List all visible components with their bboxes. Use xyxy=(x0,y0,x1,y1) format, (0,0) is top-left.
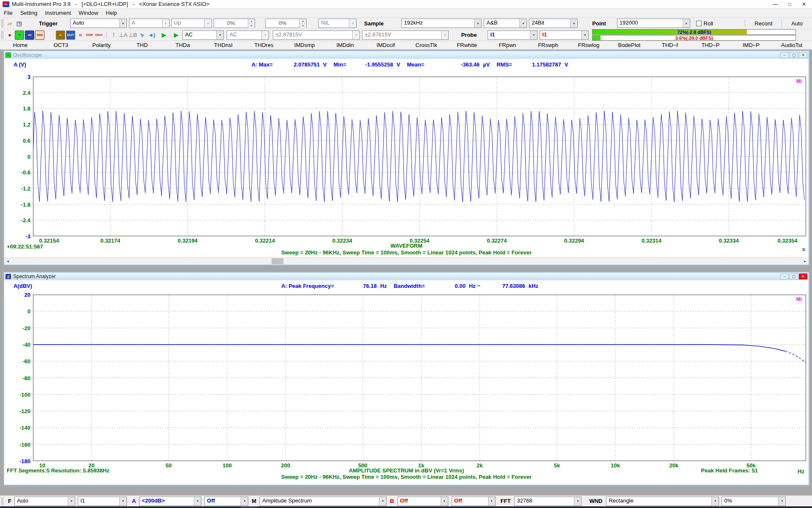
close-button[interactable]: ✕ xyxy=(797,0,811,8)
app-notes[interactable]: ▤ xyxy=(96,506,112,508)
oscilloscope-titlebar[interactable]: ~ Oscilloscope ‒ ▢ ✕ xyxy=(4,51,809,59)
trigger-mode-combo[interactable]: Auto▼ xyxy=(70,19,127,28)
sample-rate-combo[interactable]: 192kHz▼ xyxy=(401,19,482,28)
window-minimize-icon[interactable]: ‒ xyxy=(780,273,789,279)
coupling-b-combo[interactable]: AC▼ xyxy=(227,30,269,40)
maximize-button[interactable]: □ xyxy=(782,0,797,8)
app-vscode[interactable]: ◣ xyxy=(177,506,193,508)
panel-tab-thdres[interactable]: THDres xyxy=(244,41,284,49)
record-button[interactable]: Record xyxy=(748,19,779,28)
spectrum-analyzer-icon[interactable]: ılıl xyxy=(25,30,34,40)
run-single-icon[interactable]: ▶ xyxy=(172,30,180,40)
ddp-viewer-icon[interactable]: DDP xyxy=(85,30,94,40)
panel-tab-polarity[interactable]: Polarity xyxy=(81,41,122,49)
run-icon[interactable]: ▶ xyxy=(159,30,168,40)
panel-tab-oct3[interactable]: OCT3 xyxy=(41,41,81,49)
microphone-calibration-icon[interactable]: ⊺ xyxy=(110,30,118,40)
window-close-icon[interactable]: ✕ xyxy=(799,273,807,279)
app-red[interactable]: ■ xyxy=(209,506,225,508)
coupling-a-combo[interactable]: AC▼ xyxy=(182,30,224,40)
b-range-combo[interactable]: Off▼ xyxy=(398,497,448,506)
fft-size-combo[interactable]: 32768▼ xyxy=(514,497,582,506)
app-file-explorer[interactable]: ▱ xyxy=(48,506,64,508)
overlap-combo[interactable]: 0%▼ xyxy=(721,497,786,506)
view-mode-combo[interactable]: Amplitude Spectrum▼ xyxy=(260,497,387,506)
spectrum-marker-mi[interactable]: Mi xyxy=(796,296,802,302)
a-range-combo[interactable]: <200dB>▼ xyxy=(139,497,201,506)
menu-help[interactable]: Help xyxy=(102,10,121,16)
app-multi-instrument[interactable]: ~ xyxy=(241,506,257,508)
range-a-combo[interactable]: ±2.87815V▼ xyxy=(273,30,360,40)
probe-tool-icon[interactable]: Y xyxy=(136,29,149,41)
scrollbar-track[interactable] xyxy=(11,258,801,265)
fft-source-combo[interactable]: I1▼ xyxy=(78,497,127,506)
device-test-plan-icon[interactable]: DUT xyxy=(66,30,75,40)
ddc-viewer-icon[interactable]: DDC xyxy=(95,30,103,40)
task-view-icon[interactable]: ◫ xyxy=(32,506,48,508)
sample-channels-combo[interactable]: A&B▼ xyxy=(484,19,527,28)
fft-mode-combo[interactable]: Auto▼ xyxy=(14,497,75,506)
window-maximize-icon[interactable]: ▢ xyxy=(790,273,798,279)
app-edge[interactable]: e xyxy=(129,506,145,508)
panel-tab-home[interactable]: Home xyxy=(0,41,41,49)
menu-window[interactable]: Window xyxy=(75,10,102,16)
menu-instrument[interactable]: Instrument xyxy=(41,10,74,16)
toolbar-grip[interactable] xyxy=(1,497,3,505)
panel-tab-thd[interactable]: THD xyxy=(122,41,162,49)
panel-tab-imdsmp[interactable]: IMDsmp xyxy=(284,41,325,49)
search-icon[interactable]: ○ xyxy=(16,506,32,508)
auto-scaling-button[interactable]: Auto xyxy=(785,19,809,28)
signal-generator-icon[interactable]: ≈ xyxy=(56,30,65,40)
panel-tab-imd~p[interactable]: IMD~P xyxy=(731,41,771,49)
panel-tab-thd~f[interactable]: THD~f xyxy=(650,41,690,49)
oscilloscope-icon[interactable]: ~ xyxy=(15,30,24,40)
window-close-icon[interactable]: ✕ xyxy=(799,52,807,58)
toolbar-grip[interactable] xyxy=(1,31,3,39)
window-function-combo[interactable]: Rectangle▼ xyxy=(606,497,719,506)
b-ref-combo[interactable]: Off▼ xyxy=(452,497,496,506)
panel-tab-thdnsl[interactable]: THDnsl xyxy=(203,41,244,49)
panel-tab-frswlog[interactable]: FRswlog xyxy=(568,41,609,49)
spinner-arrows-icon[interactable]: ▲▼ xyxy=(248,19,255,28)
panel-tab-imdccif[interactable]: IMDccif xyxy=(365,41,406,49)
panel-tab-frpwn[interactable]: FRpwn xyxy=(487,41,528,49)
record-icon[interactable]: ● xyxy=(5,30,14,40)
probe-a-combo[interactable]: I1▼ xyxy=(488,30,538,40)
spectrum-titlebar[interactable]: ıl Spectrum Analyzer ‒ ▢ ✕ xyxy=(4,273,809,280)
panel-tab-audiotst[interactable]: AudioTst xyxy=(771,41,812,49)
derived-data-curve-icon[interactable]: ≈ xyxy=(76,30,85,40)
scope-marker-mi[interactable]: Mi xyxy=(796,78,802,84)
panel-tab-thda[interactable]: THDa xyxy=(162,41,203,49)
calibrate-input-a-icon[interactable]: ⊥A xyxy=(119,30,128,40)
panel-tab-crosstlk[interactable]: CrossTlk xyxy=(406,41,447,49)
app-skype[interactable]: S xyxy=(112,506,129,508)
start-icon[interactable]: ⊞ xyxy=(0,506,16,508)
trigger-level-spinner[interactable]: 0%▲▼ xyxy=(214,19,255,28)
point-count-combo[interactable]: 192000▼ xyxy=(617,19,690,28)
scroll-right-icon[interactable]: ► xyxy=(801,258,809,265)
probe-b-combo[interactable]: I1▼ xyxy=(540,30,589,40)
range-b-combo[interactable]: ±2.87815V▼ xyxy=(362,30,449,40)
trigger-edge-combo[interactable]: Up▼ xyxy=(171,19,212,28)
multimeter-icon[interactable]: 000 xyxy=(35,30,44,40)
app-red-blue[interactable]: ◆ xyxy=(161,506,177,508)
app-opera[interactable]: ◉ xyxy=(80,506,96,508)
panel-tab-bodeplot[interactable]: BodePlot xyxy=(609,41,650,49)
a-ref-combo[interactable]: Off▼ xyxy=(204,497,248,506)
panel-tab-thd~p[interactable]: THD~P xyxy=(690,41,731,49)
open-file-icon[interactable]: ▱ xyxy=(5,19,14,28)
app-photos[interactable]: ▣ xyxy=(145,506,161,508)
sound-output-icon[interactable]: ◄) xyxy=(147,30,156,40)
toolbar-grip[interactable] xyxy=(1,19,3,28)
trigger-mask-combo[interactable]: NIL▼ xyxy=(318,19,357,28)
minimize-button[interactable]: — xyxy=(768,0,782,8)
app-orange[interactable]: ■ xyxy=(225,506,241,508)
spinner-arrows-icon[interactable]: ▲▼ xyxy=(299,19,306,28)
app-firefox[interactable]: ◉ xyxy=(193,506,209,508)
scrollbar-thumb[interactable] xyxy=(272,258,283,264)
trigger-delay-spinner[interactable]: 0%▲▼ xyxy=(265,19,307,28)
scroll-left-icon[interactable]: ◄ xyxy=(4,258,11,265)
roll-checkbox[interactable]: Roll xyxy=(696,20,713,27)
sample-bits-combo[interactable]: 24Bit▼ xyxy=(529,19,578,28)
panel-tab-frswph[interactable]: FRswph xyxy=(528,41,568,49)
